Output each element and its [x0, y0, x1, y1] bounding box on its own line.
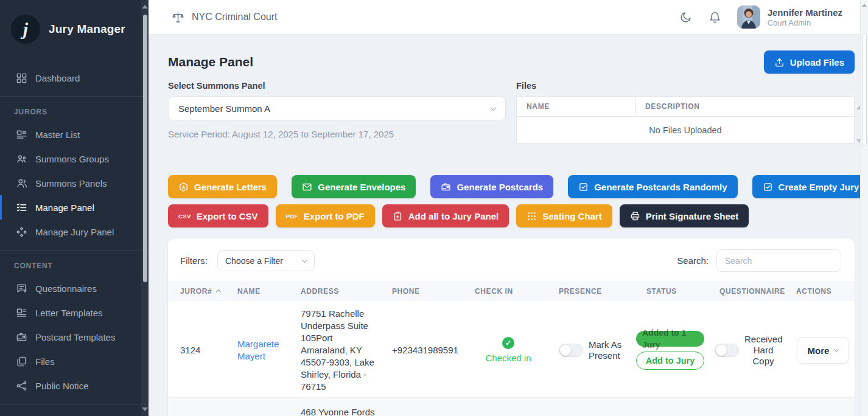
user-role: Court Admin	[768, 18, 842, 28]
dots-grid-icon	[527, 211, 537, 221]
col-check-in[interactable]: CHECK IN	[463, 282, 547, 300]
sidebar-item-manage-jury-panel[interactable]: Manage Jury Panel	[0, 220, 149, 244]
share-nodes-icon	[16, 380, 27, 392]
sidebar-item-label: Manage Jury Panel	[35, 227, 114, 237]
juror-address: 468 Yvonne Fords Apt. 633	[289, 398, 380, 416]
files-panel: Files NAME DESCRIPTION No Files Uploaded	[516, 81, 855, 144]
sidebar-item-label: Public Notice	[35, 381, 89, 391]
sidebar-scroll-down-arrow[interactable]	[142, 407, 148, 411]
chevron-down-icon	[491, 105, 497, 111]
envelope-icon	[302, 182, 312, 192]
print-signature-sheet-button[interactable]: Print Signature Sheet	[620, 204, 749, 227]
printer-icon	[630, 211, 640, 221]
theme-toggle-button[interactable]	[679, 10, 693, 24]
sidebar-item-label: Master List	[35, 130, 80, 140]
upload-files-button[interactable]: Upload Files	[764, 50, 855, 74]
table-row: 468 Yvonne Fords Apt. 633	[168, 398, 855, 416]
export-pdf-button[interactable]: PDF Export to PDF	[276, 204, 375, 227]
court-switcher[interactable]: NYC Criminal Court	[172, 11, 277, 24]
sidebar-item-summons-groups[interactable]: Summons Groups	[0, 147, 149, 171]
export-csv-button[interactable]: CSV Export to CSV	[168, 204, 268, 227]
col-address[interactable]: ADDRESS	[289, 282, 380, 300]
presence-cell	[547, 398, 634, 416]
diamond-grid-icon	[16, 226, 27, 238]
create-empty-jury-panel-button[interactable]: Create Empty Jury Panel	[752, 175, 868, 198]
check-in-cell: ✓ Checked in	[463, 330, 547, 372]
users-group-icon	[16, 153, 27, 165]
summons-panel-select[interactable]: September Summon A	[168, 96, 506, 121]
table-header-row: JUROR# NAME ADDRESS PHONE CHECK IN PRESE…	[168, 282, 855, 300]
seating-chart-button[interactable]: Seating Chart	[516, 204, 612, 227]
app-logo: j	[11, 15, 40, 44]
add-to-jury-button[interactable]: Add to Jury	[636, 352, 704, 370]
postcard-icon	[16, 331, 27, 343]
sidebar-item-summons-panels[interactable]: Summons Panels	[0, 171, 149, 195]
questionnaire-cell: Received Hard Copy	[707, 327, 784, 374]
more-actions-button[interactable]: More	[797, 337, 850, 364]
sidebar-item-dashboard[interactable]: Dashboard	[0, 66, 149, 90]
sidebar-scroll-up-arrow[interactable]	[142, 5, 148, 9]
filters-label: Filters:	[180, 255, 208, 266]
notifications-button[interactable]	[708, 10, 723, 24]
filter-selected-value: Choose a Filter	[225, 256, 283, 266]
sidebar-item-questionnaires[interactable]: Questionnaires	[0, 276, 149, 300]
files-empty-message: No Files Uploaded	[517, 117, 854, 143]
upload-icon	[774, 57, 785, 68]
sidebar-scrollbar-thumb[interactable]	[143, 15, 147, 282]
col-questionnaire[interactable]: QUESTIONNAIRE	[707, 282, 784, 300]
col-name[interactable]: NAME	[225, 282, 289, 300]
juror-address: 79751 Rachelle Underpass Suite 105Port A…	[289, 300, 380, 400]
app-brand: j Jury Manager	[0, 0, 149, 50]
juror-name-link[interactable]: Margarete Mayert	[237, 339, 279, 361]
search-label: Search:	[677, 255, 709, 266]
generate-postcards-randomly-button[interactable]: Generate Postcards Randomly	[568, 175, 737, 198]
sidebar-item-master-list[interactable]: Master List	[0, 122, 149, 147]
moon-icon	[679, 11, 692, 24]
sidebar-item-manage-panel[interactable]: Manage Panel	[0, 195, 149, 220]
court-name: NYC Criminal Court	[192, 12, 277, 23]
page-scroll-up-arrow[interactable]	[862, 4, 867, 7]
users-two-icon	[16, 178, 27, 189]
pdf-tag-icon: PDF	[286, 213, 298, 220]
sidebar-item-letter-templates[interactable]: Letter Templates	[0, 300, 149, 325]
checkbox-icon	[763, 182, 773, 192]
generate-envelopes-button[interactable]: Generate Envelopes	[292, 175, 416, 198]
col-juror-number[interactable]: JUROR#	[168, 282, 225, 300]
postcard-icon	[441, 182, 451, 192]
questionnaire-cell	[707, 398, 784, 416]
summons-panel-selected-value: September Summon A	[178, 103, 270, 114]
sidebar-item-label: Letter Templates	[35, 308, 103, 318]
divider	[0, 96, 149, 97]
received-hard-copy-toggle[interactable]	[715, 344, 739, 357]
add-all-to-jury-panel-button[interactable]: Add all to Jury Panel	[382, 204, 509, 227]
filter-select[interactable]: Choose a Filter	[217, 250, 315, 271]
sidebar-item-files[interactable]: Files	[0, 349, 149, 373]
user-menu[interactable]: Jennifer Martinez Court Admin	[737, 5, 842, 29]
col-phone[interactable]: PHONE	[380, 282, 463, 300]
page-scrollbar-thumb[interactable]	[862, 33, 867, 146]
col-status[interactable]: STATUS	[634, 282, 707, 300]
files-col-name: NAME	[517, 97, 635, 116]
generate-postcards-button[interactable]: Generate Postcards	[430, 175, 553, 198]
page-scrollbar[interactable]	[860, 0, 868, 416]
generate-letters-button[interactable]: Generate Letters	[168, 175, 277, 198]
checkbox-icon	[578, 182, 589, 192]
sidebar-item-postcard-templates[interactable]: Postcard Templates	[0, 325, 149, 349]
sidebar-scrollbar[interactable]	[141, 0, 149, 416]
user-name: Jennifer Martinez	[768, 7, 842, 18]
col-presence[interactable]: PRESENCE	[547, 282, 634, 300]
sidebar-item-public-notice[interactable]: Public Notice	[0, 373, 149, 398]
copy-icon	[16, 356, 27, 367]
chevron-down-icon	[302, 257, 308, 263]
added-to-jury-badge: Added to 1 Jury	[636, 331, 704, 347]
divider	[0, 404, 149, 404]
juror-number: 3124	[168, 337, 225, 364]
check-in-status: Checked in	[485, 352, 531, 364]
clipboard-plus-icon	[393, 211, 403, 221]
mark-as-present-toggle[interactable]	[559, 344, 583, 357]
table-row: 3124 Margarete Mayert 79751 Rachelle Und…	[168, 300, 855, 398]
sidebar-item-label: Questionnaires	[35, 283, 97, 294]
search-input[interactable]	[716, 249, 841, 272]
sidebar-item-label: Dashboard	[35, 73, 80, 83]
col-actions[interactable]: ACTIONS	[784, 282, 855, 300]
